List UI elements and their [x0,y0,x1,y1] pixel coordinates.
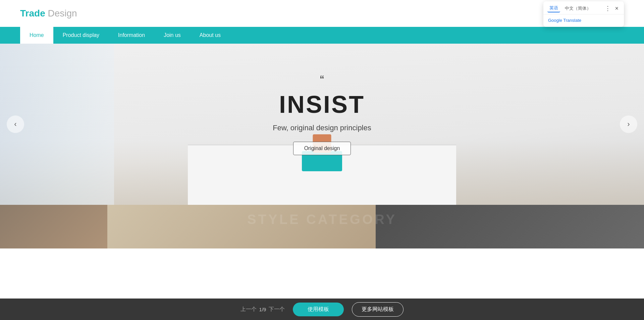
translate-more-icon[interactable]: ⋮ [603,4,612,13]
card-left [0,205,107,248]
nav-item-information[interactable]: Information [109,27,154,44]
nav-item-home[interactable]: Home [20,27,53,44]
nav-item-about-us[interactable]: About us [190,27,230,44]
translate-lang-chinese[interactable]: 中文（简体） [563,5,593,12]
hero-content: “ INSIST Few, original design principles… [273,73,371,155]
logo-trade: Trade [20,8,45,18]
translate-lang-english[interactable]: 英语 [547,4,560,12]
hero-prev-button[interactable]: ‹ [7,116,24,133]
logo: Trade Design [20,8,77,19]
hero-title: INSIST [273,91,371,118]
card-right [376,205,644,248]
logo-design: Design [48,8,77,18]
cards-preview-strip: STYLE CATEGORY [0,205,644,248]
hero-banner: ‹ “ INSIST Few, original design principl… [0,44,644,205]
translate-service-label: Google Translate [543,14,624,27]
nav-item-join-us[interactable]: Join us [154,27,190,44]
hero-quote-icon: “ [273,73,371,87]
translate-popup-icons: ⋮ × [603,4,620,13]
card-middle [107,205,376,248]
header: Trade Design 英语 中文（简体） ⋮ × Google Transl… [0,0,644,27]
navbar: Home Product display Information Join us… [0,27,644,44]
translate-popup: 英语 中文（简体） ⋮ × Google Translate [543,1,624,27]
hero-cta-button[interactable]: Original design [293,142,351,155]
nav-item-product-display[interactable]: Product display [53,27,109,44]
hero-next-button[interactable]: › [620,116,637,133]
translate-popup-header: 英语 中文（简体） ⋮ × [543,1,624,14]
hero-subtitle: Few, original design principles [273,124,371,132]
translate-close-icon[interactable]: × [613,4,620,13]
